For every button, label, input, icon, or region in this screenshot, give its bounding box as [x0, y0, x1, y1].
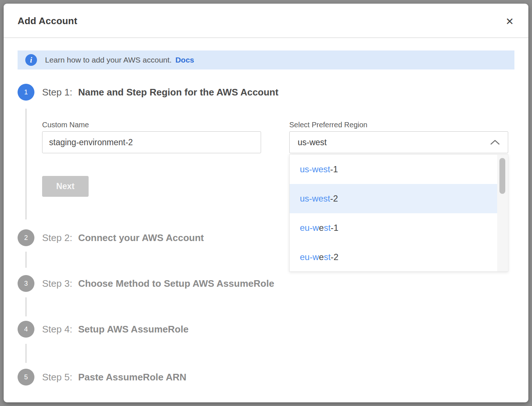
step-5-title: Paste AssumeRole ARN	[78, 372, 186, 383]
option-text: e	[319, 252, 324, 262]
dropdown-option-eu-west-2[interactable]: eu-west-2	[290, 243, 498, 272]
step-3-title: Choose Method to Setup AWS AssumeRole	[78, 278, 274, 289]
option-text-match: us-west	[300, 193, 330, 204]
step-4-label: Step 4:	[42, 324, 72, 335]
step-4-indicator: 4	[18, 321, 34, 338]
step-2-title: Connect your AWS Account	[78, 232, 204, 244]
step-connector-line	[26, 109, 26, 219]
next-button[interactable]: Next	[42, 176, 89, 197]
option-text-match: st	[324, 252, 331, 262]
region-select[interactable]: us-west	[289, 131, 508, 153]
header-divider	[4, 37, 528, 38]
step-1-label: Step 1:	[42, 87, 72, 98]
step-4-heading: Step 4: Setup AWS AssumeRole	[42, 321, 189, 338]
step-3-indicator: 3	[18, 275, 34, 292]
step-5-indicator: 5	[18, 369, 34, 386]
option-text: -2	[331, 252, 338, 262]
add-account-modal: Add Account ✕ i Learn how to add your AW…	[4, 4, 528, 402]
step-4-title: Setup AWS AssumeRole	[78, 324, 188, 335]
dropdown-scrollbar-thumb[interactable]	[499, 158, 505, 194]
step-2-indicator: 2	[18, 229, 34, 246]
option-text: -1	[330, 164, 338, 174]
chevron-up-icon	[490, 140, 500, 145]
option-text-match: eu-w	[300, 223, 319, 233]
step-2-heading: Step 2: Connect your AWS Account	[42, 229, 204, 246]
dropdown-option-us-west-2[interactable]: us-west-2	[290, 184, 498, 213]
step-1-heading: Step 1: Name and Step Region for the AWS…	[42, 84, 278, 101]
info-icon: i	[25, 54, 37, 66]
step-3-heading: Step 3: Choose Method to Setup AWS Assum…	[42, 275, 274, 292]
region-label: Select Preferred Region	[289, 121, 367, 129]
page-title: Add Account	[18, 15, 77, 27]
step-2-label: Step 2:	[42, 232, 72, 244]
step-5-label: Step 5:	[42, 372, 72, 383]
step-5-heading: Step 5: Paste AssumeRole ARN	[42, 369, 186, 386]
banner-text: Learn how to add your AWS account.	[45, 56, 172, 64]
step-connector-line	[26, 252, 26, 268]
option-text: -2	[330, 193, 338, 204]
dropdown-option-eu-west-1[interactable]: eu-west-1	[290, 213, 498, 243]
region-dropdown: us-west-1 us-west-2 eu-west-1 eu-west-2	[289, 154, 508, 272]
option-text: e	[319, 223, 324, 233]
region-select-value: us-west	[298, 138, 490, 147]
custom-name-label: Custom Name	[42, 121, 89, 129]
option-text-match: eu-w	[300, 252, 319, 262]
step-connector-line	[26, 344, 26, 363]
dropdown-scrollbar-track[interactable]	[497, 155, 507, 271]
option-text-match: st	[324, 223, 331, 233]
step-connector-line	[26, 297, 26, 316]
close-icon[interactable]: ✕	[502, 14, 517, 29]
step-1-title: Name and Step Region for the AWS Account	[78, 87, 278, 98]
docs-link[interactable]: Docs	[175, 56, 194, 64]
dropdown-option-us-west-1[interactable]: us-west-1	[290, 155, 498, 184]
step-1-indicator: 1	[18, 84, 34, 101]
custom-name-input[interactable]	[42, 131, 261, 153]
option-text-match: us-west	[300, 164, 330, 174]
info-banner: i Learn how to add your AWS account. Doc…	[18, 50, 514, 69]
option-text: -1	[331, 223, 338, 233]
step-3-label: Step 3:	[42, 278, 72, 289]
